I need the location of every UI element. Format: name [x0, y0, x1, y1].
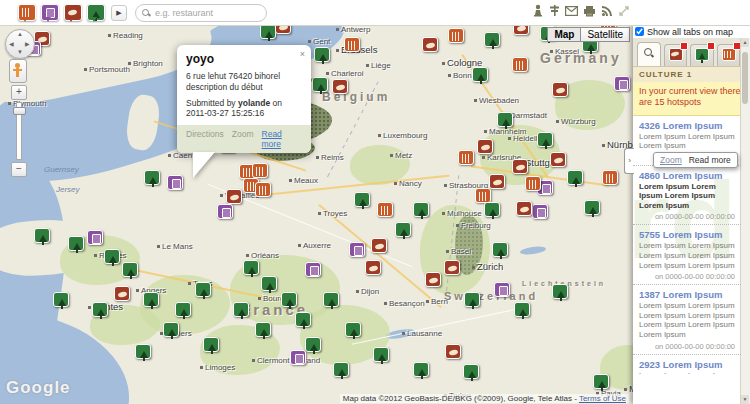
- marker-park-icon[interactable]: [413, 202, 429, 217]
- streetview-pegman[interactable]: [9, 59, 27, 83]
- marker-park-icon[interactable]: [567, 170, 583, 185]
- marker-park-icon[interactable]: [243, 260, 259, 275]
- marker-theater-icon[interactable]: [167, 175, 183, 190]
- marker-park-icon[interactable]: [260, 25, 276, 39]
- marker-restaurant-icon[interactable]: [550, 152, 566, 167]
- marker-restaurant-icon[interactable]: [489, 174, 505, 189]
- marker-park-icon[interactable]: [261, 276, 277, 291]
- read-more-link[interactable]: Read more: [262, 129, 302, 149]
- marker-park-icon[interactable]: [255, 322, 271, 337]
- marker-restaurant-icon[interactable]: [371, 238, 387, 253]
- marker-shield-icon[interactable]: [252, 163, 268, 178]
- marker-restaurant-icon[interactable]: [552, 82, 568, 97]
- marker-park-icon[interactable]: [104, 249, 120, 264]
- marker-park-icon[interactable]: [484, 32, 500, 47]
- marker-park-icon[interactable]: [484, 202, 500, 217]
- marker-restaurant-icon[interactable]: [512, 159, 528, 174]
- toolbar-tab-restaurant-icon[interactable]: [64, 4, 82, 21]
- marker-shield-icon[interactable]: [475, 188, 491, 203]
- marker-park-icon[interactable]: [312, 77, 328, 92]
- pan-control[interactable]: ▲ ▼ ◀ ▶: [5, 29, 35, 59]
- marker-park-icon[interactable]: [281, 292, 297, 307]
- marker-restaurant-icon[interactable]: [444, 260, 460, 275]
- marker-park-icon[interactable]: [472, 67, 488, 82]
- list-item-title[interactable]: 5755 Lorem Ipsum: [639, 229, 735, 240]
- marker-park-icon[interactable]: [413, 362, 429, 377]
- marker-restaurant-icon[interactable]: [332, 79, 348, 94]
- marker-park-icon[interactable]: [584, 200, 600, 215]
- marker-shield-icon[interactable]: [602, 170, 618, 185]
- marker-shield-icon[interactable]: [344, 37, 360, 52]
- search-box[interactable]: [135, 4, 267, 22]
- close-icon[interactable]: ×: [300, 49, 305, 59]
- marker-restaurant-icon[interactable]: [516, 201, 532, 216]
- sidebar-tab-restaurant[interactable]: [664, 44, 688, 66]
- marker-park-icon[interactable]: [143, 292, 159, 307]
- toolbar-tab-park-icon[interactable]: [87, 4, 105, 21]
- marker-park-icon[interactable]: [323, 292, 339, 307]
- pegman-icon[interactable]: [532, 4, 544, 17]
- marker-theater-icon[interactable]: [87, 230, 103, 245]
- marker-park-icon[interactable]: [135, 344, 151, 359]
- sidebar-scrollbar[interactable]: ▲ ▼: [740, 38, 750, 404]
- marker-park-icon[interactable]: [395, 222, 411, 237]
- marker-park-icon[interactable]: [53, 292, 69, 307]
- marker-park-icon[interactable]: [354, 192, 370, 207]
- pan-down-icon[interactable]: ▼: [17, 49, 23, 55]
- marker-park-icon[interactable]: [34, 228, 50, 243]
- zoom-in-button[interactable]: +: [11, 85, 27, 100]
- zoom-link[interactable]: Zoom: [232, 129, 254, 149]
- scroll-down-icon[interactable]: ▼: [741, 395, 749, 404]
- marker-park-icon[interactable]: [305, 337, 321, 352]
- marker-restaurant-icon[interactable]: [422, 37, 438, 52]
- marker-restaurant-icon[interactable]: [425, 272, 441, 287]
- fullscreen-icon[interactable]: [618, 5, 630, 17]
- marker-park-icon[interactable]: [203, 337, 219, 352]
- pan-up-icon[interactable]: ▲: [17, 31, 23, 37]
- sidebar-tab-search[interactable]: [637, 42, 661, 66]
- marker-theater-icon[interactable]: [290, 350, 306, 365]
- marker-park-icon[interactable]: [492, 242, 508, 257]
- marker-park-icon[interactable]: [295, 312, 311, 327]
- marker-park-icon[interactable]: [552, 284, 568, 299]
- marker-park-icon[interactable]: [463, 364, 479, 379]
- marker-shield-icon[interactable]: [448, 28, 464, 43]
- marker-theater-icon[interactable]: [217, 204, 233, 219]
- zoom-slider-thumb[interactable]: [13, 107, 26, 115]
- marker-park-icon[interactable]: [514, 302, 530, 317]
- show-all-tabs-checkbox[interactable]: [635, 27, 644, 36]
- sidebar-tab-park[interactable]: [690, 44, 714, 66]
- marker-park-icon[interactable]: [345, 322, 361, 337]
- signpost-icon[interactable]: [549, 4, 560, 17]
- marker-park-icon[interactable]: [163, 322, 179, 337]
- list-item-title[interactable]: 4326 Lorem Ipsum: [639, 120, 735, 131]
- scrollbar-thumb[interactable]: [742, 52, 748, 104]
- print-icon[interactable]: [583, 5, 596, 17]
- rss-icon[interactable]: [601, 5, 613, 17]
- marker-park-icon[interactable]: [233, 302, 249, 317]
- scroll-up-icon[interactable]: ▲: [741, 38, 749, 47]
- marker-park-icon[interactable]: [175, 302, 191, 317]
- marker-park-icon[interactable]: [537, 132, 553, 147]
- pan-left-icon[interactable]: ◀: [9, 40, 14, 47]
- map-type-map-button[interactable]: Map: [547, 27, 581, 42]
- terms-of-use-link[interactable]: Terms of Use: [579, 394, 626, 403]
- marker-park-icon[interactable]: [122, 262, 138, 277]
- toolbar-tab-theater-icon[interactable]: [41, 4, 59, 21]
- directions-link[interactable]: Directions: [186, 129, 224, 149]
- marker-restaurant-icon[interactable]: [513, 25, 529, 35]
- marker-theater-icon[interactable]: [494, 282, 510, 297]
- email-icon[interactable]: [565, 6, 578, 16]
- play-button[interactable]: ▶: [111, 5, 127, 21]
- sidebar-tab-shield[interactable]: [717, 44, 741, 66]
- marker-park-icon[interactable]: [68, 236, 84, 251]
- marker-park-icon[interactable]: [314, 47, 330, 62]
- marker-shield-icon[interactable]: [255, 182, 271, 197]
- zoom-out-button[interactable]: −: [11, 162, 27, 177]
- zoom-slider-track[interactable]: [16, 102, 22, 160]
- search-input[interactable]: [153, 7, 260, 19]
- pan-right-icon[interactable]: ▶: [25, 40, 30, 47]
- marker-shield-icon[interactable]: [377, 202, 393, 217]
- marker-theater-icon[interactable]: [532, 204, 548, 219]
- marker-park-icon[interactable]: [92, 302, 108, 317]
